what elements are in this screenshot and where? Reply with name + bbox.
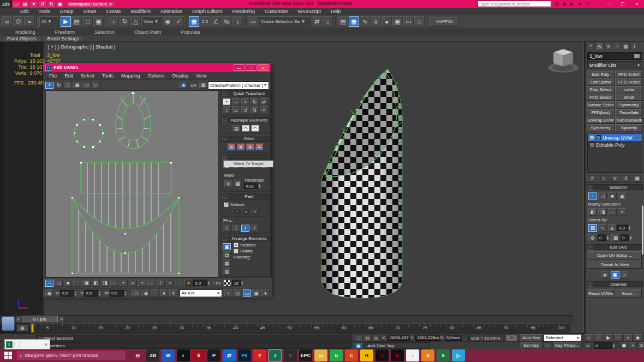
utorrent-icon[interactable]: ∪ [330,349,343,361]
time-tag-icon[interactable]: ▣ [355,342,362,349]
sep[interactable] [37,17,38,27]
selection-section-header[interactable]: –Selection [587,184,643,190]
play-icon[interactable]: ▶ [604,334,613,341]
taskbar-search-input[interactable] [25,353,118,358]
bind-to-space-warp-icon[interactable]: ≈ [24,16,34,27]
close-button[interactable]: × [630,0,644,7]
pin-selected-icon[interactable]: / [241,225,249,232]
col-align-icon[interactable]: + [138,280,146,287]
dialog-close-button[interactable]: × [258,64,269,71]
previous-frame-arrow[interactable]: < [15,316,21,322]
infocenter-search-input[interactable] [478,1,551,7]
angle-snap-icon[interactable]: ∠ [211,16,221,27]
peel-reset-icon[interactable]: ↺ [251,208,259,215]
vertex-mode-icon[interactable]: ∴ [588,192,597,200]
uv-freeform-icon[interactable]: ▣ [73,82,81,89]
rockstar-icon[interactable]: R [360,349,373,361]
communication-center-icon[interactable]: ◆ [560,1,568,7]
modifier-button[interactable]: FFD 4x4x4 [615,71,643,78]
file-explorer-icon[interactable]: ▭ [314,349,327,361]
telegram-icon[interactable]: ▷ [452,349,465,361]
modify-tab-icon[interactable]: ∿ [595,43,604,50]
stack-item-editable-poly[interactable]: Editable Poly [588,141,642,148]
pin-tool-icon[interactable]: / [223,225,231,232]
3dsmax-taskbar-icon[interactable]: 3 [269,349,282,361]
menu-item[interactable]: Edit [15,9,34,14]
loop-icon[interactable]: ≡ [618,208,627,216]
dialog-menu-item[interactable]: Options [144,73,169,79]
viewport-label[interactable]: [ + ] [ Orthographic ] [ Shaded ] [48,44,115,50]
schematic-view-icon[interactable]: # [371,16,381,27]
pan-viewport-icon[interactable]: + [629,342,637,349]
select-object-icon[interactable]: ▶ [61,16,71,27]
itunes-icon[interactable]: ♪ [406,349,419,361]
teamviewer-icon[interactable]: ⇄ [223,349,236,361]
sep[interactable] [245,17,246,27]
modifier-button[interactable]: Spherify [615,124,643,131]
time-slider-handle[interactable]: 0 / 100 [22,316,58,322]
menu-item[interactable]: MAXScript [293,9,326,14]
unpin-all-icon[interactable]: / [251,225,259,232]
align-edge-icon[interactable]: ▱ [232,106,240,113]
isolate-selection-icon[interactable]: ▣ [620,342,628,349]
uv-scale-icon[interactable]: □ [64,82,72,89]
uv-mirror-v-icon[interactable]: ▷ [92,82,100,89]
select-by-name-icon[interactable]: ▤ [71,16,82,27]
uv-space-label[interactable]: UV [190,83,196,88]
relax-tool-icon[interactable]: ▤ [232,125,241,132]
pack-custom-icon[interactable]: ▤ [223,251,231,258]
stitch-custom-icon[interactable]: ⇊ [228,143,236,150]
z-coordinate-field[interactable]: 0,0mm [445,335,462,341]
uv-move-icon[interactable]: + [45,82,53,89]
channel-section-header[interactable]: –Channel [587,281,643,287]
mini-curve-editor-button[interactable] [2,316,15,331]
redo-icon[interactable]: ↻ [47,1,55,8]
planar-angle-spinner[interactable]: 0,0▲▼ [617,225,633,231]
ring-icon[interactable]: ⋯ [608,208,617,216]
adobe-circle-icon[interactable]: ◐ [177,349,190,361]
select-element-shrink-icon[interactable]: ◨ [101,280,109,287]
quick-transform-header[interactable]: –Quick Transform [221,91,270,96]
key-mode-toggle-icon[interactable]: ◉ [633,334,642,341]
project-folder-icon[interactable]: ▣ [56,1,64,8]
s-orange-icon[interactable]: S [421,349,434,361]
edit-uvws-titlebar[interactable]: U Edit UVWs — □ × [43,63,271,72]
sep[interactable] [73,280,81,287]
search-binoculars-icon[interactable]: ◎ [553,1,560,7]
modifier-button[interactable]: Surface Select [587,101,615,108]
vmpp-plugin-button[interactable]: VMPP26 [430,17,459,27]
falloff-icon[interactable]: ◔ [175,280,183,287]
modifier-button[interactable]: Tessellate [615,109,643,116]
reference-coordinate-dropdown[interactable]: View ▼ [141,16,162,27]
stitch-header[interactable]: –Stitch [221,136,270,142]
modifier-button[interactable]: Unwrap UVW [587,117,615,124]
reshape-elements-header[interactable]: –Reshape Elements [221,118,270,123]
modifier-button[interactable]: Poly Select [587,86,615,93]
display-tab-icon[interactable]: ▦ [622,43,630,50]
freeze-icon[interactable]: ✳ [169,289,177,297]
rotate-cw-45-icon[interactable]: ↻ [251,98,259,105]
go-to-start-icon[interactable]: « [584,334,593,341]
rotate-ccw-45-icon[interactable]: × [241,98,249,105]
select-and-manipulate-icon[interactable]: ✓ [174,16,184,27]
zoom-region-icon[interactable]: ▭ [243,289,251,297]
render-setup-icon[interactable]: ▣ [392,16,403,27]
sep[interactable] [186,17,187,27]
dialog-menu-item[interactable]: Tools [98,73,117,79]
auto-key-button[interactable]: Auto Key [520,334,542,341]
material-id-spinner[interactable]: 0▲▼ [621,234,634,241]
3dsmax-logo-icon[interactable]: 3ds [0,0,12,8]
render-production-icon[interactable]: ♨ [414,16,425,27]
checkered-cylinder-object[interactable] [296,61,419,305]
material-editor-icon[interactable]: ● [381,16,392,27]
straighten-icon[interactable]: ◠ [242,125,250,132]
rotation-angle-spinner[interactable]: 0,0▲▼ [193,280,212,286]
x-coordinate-field[interactable]: -3006,457 [387,335,410,341]
u-spinner[interactable]: 0,0▲▼ [60,290,79,297]
open-file-icon[interactable]: ▤ [21,1,29,8]
modifier-button[interactable]: Symmetry [615,101,643,108]
current-frame-marker[interactable] [31,324,34,333]
ribbon-tab[interactable]: Object Paint [124,29,171,35]
pureref-icon[interactable]: P [207,349,220,361]
absolute-offset-icon[interactable]: ◎ [372,335,380,341]
